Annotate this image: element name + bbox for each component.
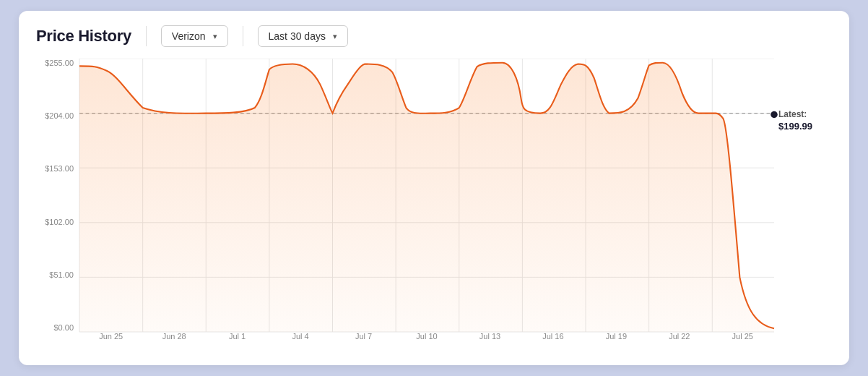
latest-price-label: Latest: $199.99 bbox=[778, 108, 830, 133]
chart-area: $255.00 $204.00 $153.00 $102.00 $51.00 $… bbox=[36, 59, 832, 354]
carrier-dropdown[interactable]: Verizon ▾ bbox=[161, 25, 228, 47]
x-label-10: Jul 25 bbox=[711, 332, 774, 341]
period-chevron-icon: ▾ bbox=[333, 32, 337, 41]
x-label-2: Jul 1 bbox=[206, 332, 269, 341]
period-dropdown[interactable]: Last 30 days ▾ bbox=[258, 25, 348, 47]
latest-price: $199.99 bbox=[778, 120, 830, 133]
header-divider-2 bbox=[243, 26, 243, 46]
x-label-4: Jul 7 bbox=[332, 332, 395, 341]
carrier-dropdown-label: Verizon bbox=[172, 30, 206, 42]
x-label-7: Jul 16 bbox=[521, 332, 584, 341]
y-label-2: $153.00 bbox=[36, 164, 79, 173]
price-history-card: Price History Verizon ▾ Last 30 days ▾ $… bbox=[19, 11, 849, 365]
carrier-chevron-icon: ▾ bbox=[213, 32, 217, 41]
y-label-4: $51.00 bbox=[36, 270, 79, 279]
y-axis: $255.00 $204.00 $153.00 $102.00 $51.00 $… bbox=[36, 59, 79, 332]
x-label-3: Jul 4 bbox=[269, 332, 331, 341]
card-header: Price History Verizon ▾ Last 30 days ▾ bbox=[36, 25, 832, 47]
y-label-5: $0.00 bbox=[36, 323, 79, 332]
x-label-9: Jul 22 bbox=[648, 332, 711, 341]
page-title: Price History bbox=[36, 27, 131, 46]
svg-point-18 bbox=[771, 111, 778, 118]
latest-title: Latest: bbox=[778, 108, 830, 120]
period-dropdown-label: Last 30 days bbox=[269, 30, 326, 42]
chart-inner bbox=[79, 59, 774, 332]
y-label-3: $102.00 bbox=[36, 218, 79, 226]
x-label-5: Jul 10 bbox=[395, 332, 458, 341]
chart-svg bbox=[79, 59, 774, 332]
x-label-8: Jul 19 bbox=[585, 332, 648, 341]
x-axis: Jun 25 Jun 28 Jul 1 Jul 4 Jul 7 Jul 10 J… bbox=[79, 332, 774, 354]
x-label-0: Jun 25 bbox=[79, 332, 142, 341]
header-divider bbox=[146, 26, 147, 46]
x-label-6: Jul 13 bbox=[459, 332, 521, 341]
x-label-1: Jun 28 bbox=[142, 332, 205, 341]
y-label-0: $255.00 bbox=[36, 59, 79, 67]
y-label-1: $204.00 bbox=[36, 111, 79, 120]
